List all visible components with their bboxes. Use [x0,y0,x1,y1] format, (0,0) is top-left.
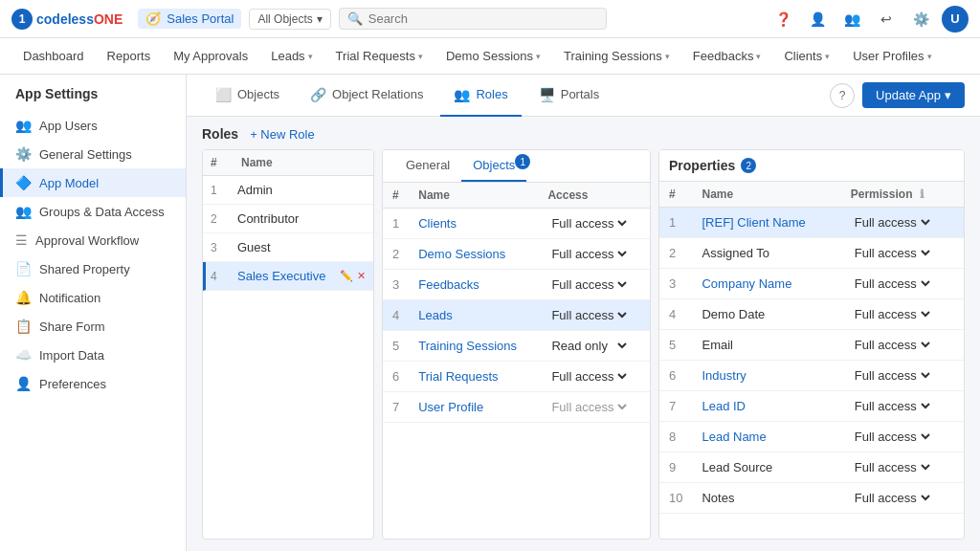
logo[interactable]: 1 codelessONE [11,9,122,30]
props-table-row[interactable]: 9 Lead Source Full access Read only No a… [659,452,964,483]
help-circle-icon-btn[interactable]: ? [830,83,855,108]
nav-item-dashboard[interactable]: Dashboard [11,38,96,75]
help-icon-btn[interactable]: ❓ [769,6,796,33]
prop-row-permission[interactable]: Full access Read only No access [841,330,964,361]
access-select[interactable]: Full access Read only No access [547,368,630,385]
obj-row-name[interactable]: Trial Requests [409,362,538,392]
props-table-row[interactable]: 7 Lead ID Full access Read only No acces… [659,391,964,422]
nav-item-demo-sessions[interactable]: Demo Sessions▾ [434,38,552,75]
obj-row-name[interactable]: Clients [409,209,538,239]
obj-row-access[interactable]: Full access Read only No access [538,239,650,270]
access-select[interactable]: Full access Read only No access [547,399,630,415]
permission-select[interactable]: Full access Read only No access [851,276,933,292]
access-select[interactable]: Full access Read only No access [547,246,630,262]
nav-item-leads[interactable]: Leads▾ [259,38,323,75]
permission-select[interactable]: Full access Read only No access [851,306,933,322]
objects-table-row[interactable]: 7 User Profile Full access Read only No … [383,392,650,423]
tab-object-relations[interactable]: 🔗 Object Relations [297,75,436,117]
prop-row-permission[interactable]: Full access Read only No access [841,238,964,269]
role-row-contributor[interactable]: 2 Contributor [203,205,373,233]
permission-select[interactable]: Full access Read only No access [851,367,933,384]
props-table-row[interactable]: 4 Demo Date Full access Read only No acc… [659,299,964,330]
permission-select[interactable]: Full access Read only No access [851,459,933,475]
avatar[interactable]: U [942,6,969,33]
props-table-row[interactable]: 3 Company Name Full access Read only No … [659,269,964,299]
sidebar-item-app-users[interactable]: 👥 App Users [0,111,186,140]
all-objects-button[interactable]: All Objects ▾ [249,9,330,30]
app-name-pill[interactable]: 🧭 Sales Portal [138,9,241,29]
tab-portals[interactable]: 🖥️ Portals [525,75,612,117]
objects-table-row[interactable]: 5 Training Sessions Full access Read onl… [383,331,650,362]
prop-row-permission[interactable]: Full access Read only No access [841,422,964,452]
prop-row-permission[interactable]: Full access Read only No access [841,361,964,391]
prop-row-name[interactable]: Email [692,330,840,361]
sidebar-item-shared-property[interactable]: 📄 Shared Property [0,254,186,283]
obj-row-access[interactable]: Full access Read only No access [538,209,650,239]
prop-row-name[interactable]: Assigned To [692,238,840,269]
sidebar-item-notification[interactable]: 🔔 Notification [0,283,186,312]
new-role-button[interactable]: + New Role [250,127,315,142]
objects-table-row[interactable]: 4 Leads Full access Read only No access [383,300,650,331]
access-select[interactable]: Full access Read only No access [547,307,630,323]
sidebar-item-general-settings[interactable]: ⚙️ General Settings [0,140,186,168]
role-row-guest[interactable]: 3 Guest [203,233,373,262]
obj-row-access[interactable]: Full access Read only No access [538,392,650,423]
objects-table-row[interactable]: 1 Clients Full access Read only No acces… [383,209,650,239]
nav-item-trial-requests[interactable]: Trial Requests▾ [324,38,434,75]
role-row-sales-executive[interactable]: 4 Sales Executive ✏️ ✕ [203,262,373,291]
props-table-row[interactable]: 2 Assigned To Full access Read only No a… [659,238,964,269]
props-table-row[interactable]: 5 Email Full access Read only No access [659,330,964,361]
props-table-row[interactable]: 1 [REF] Client Name Full access Read onl… [659,208,964,238]
permission-select[interactable]: Full access Read only No access [851,490,933,506]
sidebar-item-import-data[interactable]: ☁️ Import Data [0,341,186,369]
role-row-admin[interactable]: 1 Admin [203,176,373,205]
prop-row-permission[interactable]: Full access Read only No access [841,483,964,514]
sidebar-item-approval-workflow[interactable]: ☰ Approval Workflow [0,226,186,254]
props-table-row[interactable]: 8 Lead Name Full access Read only No acc… [659,422,964,452]
permission-select[interactable]: Full access Read only No access [851,214,933,231]
prop-row-name[interactable]: Demo Date [692,299,840,330]
obj-row-access[interactable]: Full access Read only No access [538,270,650,300]
search-input[interactable] [368,11,598,26]
obj-row-access[interactable]: Full access Read only No access [538,300,650,331]
access-select[interactable]: Full access Read only No access [547,215,630,231]
nav-item-approvals[interactable]: My Approvals [162,38,259,75]
nav-item-reports[interactable]: Reports [96,38,163,75]
prop-row-permission[interactable]: Full access Read only No access [841,269,964,299]
props-table-row[interactable]: 6 Industry Full access Read only No acce… [659,361,964,391]
tab-objects[interactable]: ⬜ Objects [202,75,293,117]
obj-row-name[interactable]: Feedbacks [409,270,538,300]
sidebar-item-preferences[interactable]: 👤 Preferences [0,369,186,398]
obj-row-name[interactable]: Leads [409,300,538,331]
obj-row-access[interactable]: Full access Read only No access [538,362,650,392]
sidebar-item-groups-data-access[interactable]: 👥 Groups & Data Access [0,197,186,226]
settings-icon-btn[interactable]: ⚙️ [907,6,934,33]
search-box[interactable]: 🔍 [339,8,607,30]
prop-row-name[interactable]: Industry [692,361,840,391]
prop-row-name[interactable]: Company Name [692,269,840,299]
sidebar-item-share-form[interactable]: 📋 Share Form [0,312,186,341]
prop-row-name[interactable]: [REF] Client Name [692,208,840,238]
prop-row-name[interactable]: Lead Name [692,422,840,452]
prop-row-name[interactable]: Lead ID [692,391,840,422]
prop-row-name[interactable]: Notes [692,483,840,514]
nav-item-training-sessions[interactable]: Training Sessions▾ [552,38,681,75]
contacts-icon-btn[interactable]: 👤 [804,6,831,33]
prop-row-permission[interactable]: Full access Read only No access [841,208,964,238]
delete-role-icon[interactable]: ✕ [357,270,366,282]
access-select[interactable]: Full access Read only No access [547,338,630,354]
obj-row-name[interactable]: User Profile [409,392,538,423]
prop-row-name[interactable]: Lead Source [692,452,840,483]
objects-table-row[interactable]: 3 Feedbacks Full access Read only No acc… [383,270,650,300]
update-app-button[interactable]: Update App ▾ [862,82,965,108]
nav-item-clients[interactable]: Clients▾ [772,38,841,75]
objects-table-row[interactable]: 6 Trial Requests Full access Read only N… [383,362,650,392]
obj-row-name[interactable]: Training Sessions [409,331,538,362]
tab-roles[interactable]: 👥 Roles [440,75,521,117]
permission-select[interactable]: Full access Read only No access [851,337,933,353]
sidebar-item-app-model[interactable]: 🔷 App Model [0,168,186,197]
props-table-row[interactable]: 10 Notes Full access Read only No access [659,483,964,514]
history-icon-btn[interactable]: ↩ [873,6,900,33]
access-select[interactable]: Full access Read only No access [547,276,630,293]
nav-item-feedbacks[interactable]: Feedbacks▾ [681,38,773,75]
